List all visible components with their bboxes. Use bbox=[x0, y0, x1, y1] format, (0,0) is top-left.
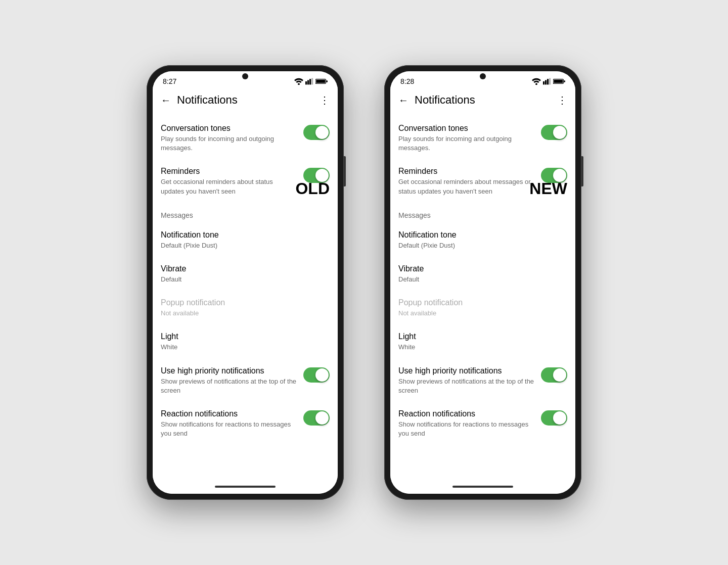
setting-title: Notification tone bbox=[161, 230, 324, 240]
home-bar bbox=[153, 480, 338, 494]
toggle-switch[interactable] bbox=[303, 125, 330, 140]
app-header: ←Notifications⋮ bbox=[390, 87, 575, 113]
signal-icon bbox=[305, 78, 313, 85]
camera-notch bbox=[242, 73, 248, 79]
setting-title: Reaction notifications bbox=[161, 409, 297, 418]
setting-text: RemindersGet occasional reminders about … bbox=[161, 167, 303, 196]
setting-description: Default (Pixie Dust) bbox=[398, 241, 561, 250]
setting-text: Popup notificationNot available bbox=[161, 298, 330, 318]
toggle-switch[interactable] bbox=[541, 168, 567, 183]
more-options-button[interactable]: ⋮ bbox=[557, 94, 567, 106]
setting-item-notification-tone[interactable]: Notification toneDefault (Pixie Dust) bbox=[390, 223, 575, 257]
setting-title: Conversation tones bbox=[161, 124, 297, 133]
svg-rect-3 bbox=[309, 79, 311, 84]
home-bar bbox=[390, 480, 575, 494]
setting-title: Reminders bbox=[398, 167, 535, 176]
setting-title: Popup notification bbox=[161, 298, 324, 307]
svg-point-8 bbox=[535, 83, 537, 85]
setting-item-notification-tone[interactable]: Notification toneDefault (Pixie Dust) bbox=[153, 223, 338, 257]
setting-text: Notification toneDefault (Pixie Dust) bbox=[161, 230, 330, 250]
setting-description: Show notifications for reactions to mess… bbox=[161, 420, 297, 438]
back-button[interactable]: ← bbox=[398, 95, 408, 106]
setting-item-reaction-notifications[interactable]: Reaction notificationsShow notifications… bbox=[153, 402, 338, 445]
page-title: Notifications bbox=[177, 93, 320, 107]
setting-item-conversation-tones[interactable]: Conversation tonesPlay sounds for incomi… bbox=[153, 117, 338, 160]
setting-item-vibrate[interactable]: VibrateDefault bbox=[153, 257, 338, 291]
toggle-switch[interactable] bbox=[541, 125, 567, 140]
setting-description: Get occasional reminders about messages … bbox=[398, 177, 535, 196]
svg-rect-7 bbox=[316, 80, 325, 83]
battery-icon bbox=[553, 78, 565, 85]
status-icons bbox=[532, 78, 565, 85]
setting-title: Notification tone bbox=[398, 230, 561, 240]
setting-title: Use high priority notifications bbox=[398, 366, 535, 375]
setting-item-reaction-notifications[interactable]: Reaction notificationsShow notifications… bbox=[390, 402, 575, 445]
svg-rect-15 bbox=[554, 80, 563, 83]
setting-item-light[interactable]: LightWhite bbox=[153, 325, 338, 359]
toggle-switch[interactable] bbox=[541, 367, 567, 383]
setting-item-light[interactable]: LightWhite bbox=[390, 325, 575, 359]
setting-description: Not available bbox=[398, 309, 561, 318]
setting-text: Use high priority notificationsShow prev… bbox=[161, 366, 303, 395]
back-button[interactable]: ← bbox=[161, 95, 171, 106]
setting-item-reminders[interactable]: RemindersGet occasional reminders about … bbox=[153, 160, 338, 203]
setting-title: Use high priority notifications bbox=[161, 366, 297, 375]
setting-title: Conversation tones bbox=[398, 124, 535, 133]
setting-text: Conversation tonesPlay sounds for incomi… bbox=[398, 124, 541, 153]
setting-description: Play sounds for incoming and outgoing me… bbox=[398, 134, 535, 153]
svg-rect-14 bbox=[564, 80, 565, 82]
status-time: 8:27 bbox=[163, 77, 176, 85]
wifi-icon bbox=[294, 78, 303, 85]
section-header-messages: Messages bbox=[153, 203, 338, 223]
phone-new: 8:28 ←Notifications⋮Conversation tonesPl… bbox=[384, 65, 581, 500]
setting-text: Conversation tonesPlay sounds for incomi… bbox=[161, 124, 303, 153]
setting-title: Popup notification bbox=[398, 298, 561, 307]
more-options-button[interactable]: ⋮ bbox=[320, 94, 330, 106]
setting-title: Light bbox=[161, 332, 324, 341]
svg-rect-4 bbox=[311, 78, 313, 85]
setting-text: RemindersGet occasional reminders about … bbox=[398, 167, 541, 196]
setting-description: Not available bbox=[161, 309, 324, 318]
power-button bbox=[581, 156, 583, 186]
setting-text: VibrateDefault bbox=[398, 264, 567, 284]
svg-rect-11 bbox=[547, 79, 549, 84]
signal-icon bbox=[543, 78, 551, 85]
setting-item-use-high-priority-notification[interactable]: Use high priority notificationsShow prev… bbox=[390, 359, 575, 402]
toggle-switch[interactable] bbox=[303, 168, 330, 183]
setting-description: White bbox=[161, 343, 324, 352]
battery-icon bbox=[315, 78, 328, 85]
svg-point-0 bbox=[298, 83, 300, 85]
home-indicator bbox=[452, 486, 513, 488]
setting-item-vibrate[interactable]: VibrateDefault bbox=[390, 257, 575, 291]
setting-description: Default (Pixie Dust) bbox=[161, 241, 324, 250]
setting-text: LightWhite bbox=[161, 332, 330, 352]
setting-title: Vibrate bbox=[161, 264, 324, 273]
toggle-switch[interactable] bbox=[541, 410, 567, 426]
svg-rect-9 bbox=[543, 81, 544, 84]
setting-item-reminders[interactable]: RemindersGet occasional reminders about … bbox=[390, 160, 575, 203]
settings-content: Conversation tonesPlay sounds for incomi… bbox=[153, 113, 338, 480]
setting-item-use-high-priority-notification[interactable]: Use high priority notificationsShow prev… bbox=[153, 359, 338, 402]
camera-notch bbox=[480, 73, 486, 79]
svg-rect-6 bbox=[326, 80, 328, 82]
setting-text: Reaction notificationsShow notifications… bbox=[161, 409, 303, 438]
svg-rect-10 bbox=[545, 80, 547, 85]
status-icons bbox=[294, 78, 328, 85]
setting-item-conversation-tones[interactable]: Conversation tonesPlay sounds for incomi… bbox=[390, 117, 575, 160]
app-header: ←Notifications⋮ bbox=[153, 87, 338, 113]
setting-item-popup-notification[interactable]: Popup notificationNot available bbox=[153, 291, 338, 325]
toggle-switch[interactable] bbox=[303, 410, 330, 426]
section-header-messages: Messages bbox=[390, 203, 575, 223]
phone-old: 8:27 ←Notifications⋮Conversation tonesPl… bbox=[147, 65, 344, 500]
svg-rect-1 bbox=[305, 81, 307, 84]
power-button bbox=[344, 156, 346, 186]
setting-description: Show notifications for reactions to mess… bbox=[398, 420, 535, 438]
setting-description: Show previews of notifications at the to… bbox=[398, 377, 535, 395]
setting-text: Reaction notificationsShow notifications… bbox=[398, 409, 541, 438]
toggle-switch[interactable] bbox=[303, 367, 330, 383]
setting-description: Default bbox=[161, 275, 324, 284]
setting-description: Play sounds for incoming and outgoing me… bbox=[161, 134, 297, 153]
setting-title: Reminders bbox=[161, 167, 297, 176]
setting-description: Get occasional reminders about status up… bbox=[161, 177, 297, 196]
setting-item-popup-notification[interactable]: Popup notificationNot available bbox=[390, 291, 575, 325]
